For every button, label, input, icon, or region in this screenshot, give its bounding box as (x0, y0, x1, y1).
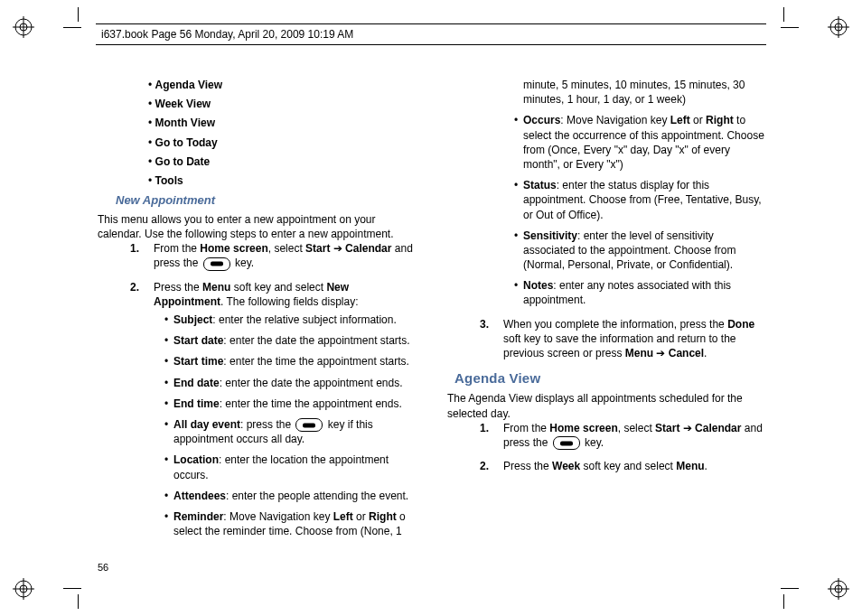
field-location: Location: enter the location the appoint… (164, 453, 417, 481)
crop-tick (78, 594, 79, 609)
center-key-icon (203, 257, 230, 271)
field-start-time: Start time: enter the time the appointme… (164, 354, 417, 369)
page-body: Agenda View Week View Month View Go to T… (98, 78, 766, 556)
menu-item: Go to Today (148, 135, 417, 150)
menu-item: Month View (148, 116, 417, 130)
crop-tick (63, 27, 81, 28)
step-1: From the Home screen, select Start ➔ Cal… (130, 241, 417, 271)
new-appointment-intro: This menu allows you to enter a new appo… (98, 212, 417, 241)
field-status: Status: enter the status display for thi… (514, 178, 766, 222)
center-key-icon (553, 436, 580, 450)
field-subject: Subject: enter the relative subject info… (164, 313, 417, 327)
field-occurs: Occurs: Move Navigation key Left or Righ… (514, 113, 766, 172)
running-header-bar: i637.book Page 56 Monday, April 20, 2009… (96, 23, 766, 45)
agenda-step-1: From the Home screen, select Start ➔ Cal… (480, 421, 766, 451)
center-key-icon (295, 418, 323, 432)
registration-mark-br (828, 578, 849, 600)
step-3: When you complete the information, press… (480, 317, 766, 361)
heading-agenda-view: Agenda View (454, 369, 766, 387)
crop-tick (783, 7, 784, 22)
crop-tick (63, 588, 81, 589)
menu-item: Tools (148, 173, 417, 188)
running-header-text: i637.book Page 56 Monday, April 20, 2009… (101, 27, 353, 42)
field-all-day: All day event: press the key if this app… (164, 417, 417, 447)
menu-item: Week View (148, 97, 417, 111)
page-number: 56 (98, 561, 108, 574)
crop-tick (781, 588, 799, 589)
registration-mark-tl (13, 16, 34, 38)
menu-option-list: Agenda View Week View Month View Go to T… (98, 78, 417, 188)
field-notes: Notes: enter any notes associated with t… (514, 278, 766, 307)
registration-mark-tr (828, 16, 849, 38)
menu-item: Go to Date (148, 154, 417, 169)
menu-item: Agenda View (148, 78, 417, 92)
heading-new-appointment: New Appointment (116, 192, 417, 209)
field-start-date: Start date: enter the date the appointme… (164, 333, 417, 348)
registration-mark-bl (13, 578, 34, 600)
field-end-time: End time: enter the time the appointment… (164, 397, 417, 411)
field-end-date: End date: enter the date the appointment… (164, 376, 417, 390)
crop-tick (783, 594, 784, 609)
field-attendees: Attendees: enter the people attending th… (164, 489, 417, 503)
agenda-step-2: Press the Week soft key and select Menu. (480, 459, 766, 473)
crop-tick (78, 7, 79, 22)
agenda-view-intro: The Agenda View displays all appointment… (447, 391, 766, 420)
field-sensitivity: Sensitivity: enter the level of sensitiv… (514, 229, 766, 273)
crop-tick (781, 27, 799, 28)
